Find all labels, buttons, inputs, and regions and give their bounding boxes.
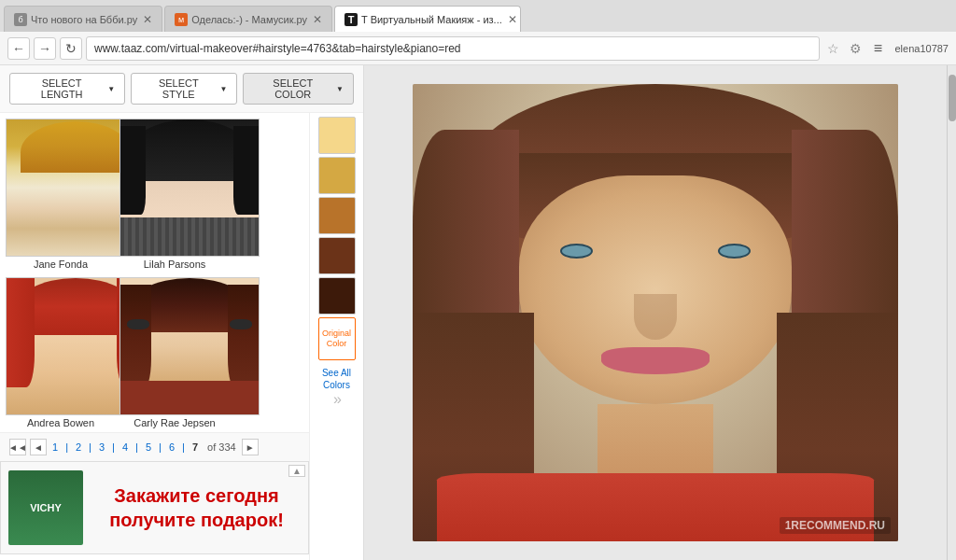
color-swatch-5[interactable] [318, 277, 356, 315]
toolbar: SELECT LENGTH ▼ SELECT STYLE ▼ SELECT CO… [0, 65, 363, 113]
hairstyle-item-carly[interactable]: Carly Rae Jepsen [120, 277, 230, 428]
page-6-link[interactable]: 6 [167, 441, 176, 453]
page-4-link[interactable]: 4 [120, 441, 130, 453]
page-sep-2: | [87, 441, 93, 453]
color-swatch-2[interactable] [318, 157, 356, 194]
tab-3-label: T Виртуальный Макияж - из... [361, 14, 502, 25]
page-first-button[interactable]: ◄◄ [9, 439, 26, 455]
hairstyle-image-carly [120, 277, 260, 415]
see-all-label: See AllColors [322, 367, 351, 391]
color-swatch-4[interactable] [318, 237, 356, 274]
hairstyle-label-carly: Carly Rae Jepsen [120, 417, 230, 428]
page-sep-4: | [134, 441, 140, 453]
nav-bar: ← → ↻ www.taaz.com/virtual-makeover#hair… [0, 32, 956, 65]
url-bar[interactable]: www.taaz.com/virtual-makeover#hairstyle=… [86, 36, 820, 61]
eye-right [718, 244, 751, 259]
menu-icon[interactable]: ≡ [868, 39, 887, 58]
url-text: www.taaz.com/virtual-makeover#hairstyle=… [94, 42, 461, 55]
hairstyle-label-jane: Jane Fonda [6, 259, 116, 270]
tab-1-icon: б [14, 13, 27, 26]
tab-1-close[interactable]: ✕ [143, 13, 152, 26]
color-sidebar: OriginalColor See AllColors » [309, 113, 363, 560]
hairstyle-item-andrea[interactable]: Andrea Bowen [6, 277, 116, 428]
select-color-label: SELECT COLOR [253, 77, 332, 100]
page-prev-button[interactable]: ◄ [30, 439, 47, 455]
hairstyle-image-lilah [120, 119, 260, 257]
face-skin [519, 175, 791, 404]
hairstyle-item-lilah[interactable]: Lilah Parsons [120, 119, 230, 270]
vichy-brand: VICHY [30, 502, 62, 513]
content-area: SELECT LENGTH ▼ SELECT STYLE ▼ SELECT CO… [0, 65, 956, 560]
select-style-button[interactable]: SELECT STYLE ▼ [131, 73, 237, 105]
select-length-label: SELECT LENGTH [20, 77, 104, 100]
reload-button[interactable]: ↻ [60, 37, 82, 60]
hairstyle-item-jane[interactable]: Jane Fonda [6, 119, 116, 270]
page-7-link[interactable]: 7 [190, 441, 200, 453]
select-style-arrow: ▼ [219, 85, 227, 93]
page-5-link[interactable]: 5 [144, 441, 153, 453]
pagination: ◄◄ ◄ 1 | 2 | 3 | 4 | 5 | 6 | 7 [0, 432, 309, 461]
page-next-button[interactable]: ► [242, 439, 259, 455]
original-color-button[interactable]: OriginalColor [318, 317, 356, 360]
watermark: 1RECOMMEND.RU [780, 517, 891, 534]
tab-2-label: Оделась:-) - Мамусик.ру [191, 14, 307, 25]
page-sep-3: | [110, 441, 117, 453]
select-length-button[interactable]: SELECT LENGTH ▼ [9, 73, 125, 105]
color-swatch-1[interactable] [318, 117, 356, 154]
color-swatch-3[interactable] [318, 197, 356, 234]
select-color-button[interactable]: SELECT COLOR ▼ [243, 73, 354, 105]
see-all-colors-link[interactable]: See AllColors » [322, 367, 351, 408]
scroll-thumb[interactable] [949, 75, 956, 121]
eyes-area [560, 240, 751, 263]
tab-1-label: Что нового на Ббби.ру [31, 14, 137, 25]
back-button[interactable]: ← [7, 37, 30, 60]
select-length-arrow: ▼ [107, 85, 115, 93]
tab-3-icon: T [344, 13, 358, 26]
page-1-link[interactable]: 1 [50, 441, 60, 453]
settings-icon[interactable]: ⚙ [846, 39, 865, 58]
tabs-bar: б Что нового на Ббби.ру ✕ м Оделась:-) -… [0, 0, 956, 32]
page-sep-5: | [157, 441, 163, 453]
page-sep-1: | [63, 441, 70, 453]
tab-2-icon: м [175, 13, 188, 26]
tab-3-close[interactable]: ✕ [508, 13, 517, 26]
tab-2-close[interactable]: ✕ [313, 13, 322, 26]
page-2-link[interactable]: 2 [74, 441, 83, 453]
see-all-arrow-icon: » [333, 391, 342, 408]
left-content: Jane Fonda Lil [0, 113, 363, 560]
ad-badge: ▲ [288, 465, 305, 477]
right-panel: 1RECOMMEND.RU [364, 65, 947, 560]
select-style-label: SELECT STYLE [141, 77, 216, 100]
hairstyle-label-andrea: Andrea Bowen [6, 417, 116, 428]
page-3-link[interactable]: 3 [97, 441, 106, 453]
ad-text: Закажите сегодня получите подарок! [92, 483, 301, 532]
ad-vichy-logo: VICHY [8, 470, 83, 545]
tab-3[interactable]: T T Виртуальный Макияж - из... ✕ [334, 6, 521, 32]
left-panel: SELECT LENGTH ▼ SELECT STYLE ▼ SELECT CO… [0, 65, 364, 560]
forward-button[interactable]: → [34, 37, 56, 60]
page-sep-6: | [180, 441, 187, 453]
tab-2[interactable]: м Оделась:-) - Мамусик.ру ✕ [164, 6, 332, 32]
user-badge: elena10787 [894, 43, 949, 54]
browser-frame: б Что нового на Ббби.ру ✕ м Оделась:-) -… [0, 0, 956, 560]
nose [634, 294, 678, 340]
page-of-text: of 334 [207, 441, 236, 453]
scrollbar[interactable] [947, 65, 956, 560]
bookmark-icon[interactable]: ☆ [823, 39, 842, 58]
lips [601, 347, 710, 374]
hairstyle-grid: Jane Fonda Lil [0, 113, 309, 560]
ad-banner: ▲ VICHY Закажите сегодня получите подаро… [0, 461, 309, 554]
eye-left [560, 244, 593, 259]
tab-1[interactable]: б Что нового на Ббби.ру ✕ [4, 6, 162, 32]
select-color-arrow: ▼ [336, 85, 344, 93]
ad-text-block: Закажите сегодня получите подарок! [92, 483, 301, 532]
makeover-photo: 1RECOMMEND.RU [413, 84, 898, 541]
hairstyle-label-lilah: Lilah Parsons [120, 259, 230, 270]
original-color-label: OriginalColor [322, 329, 351, 349]
